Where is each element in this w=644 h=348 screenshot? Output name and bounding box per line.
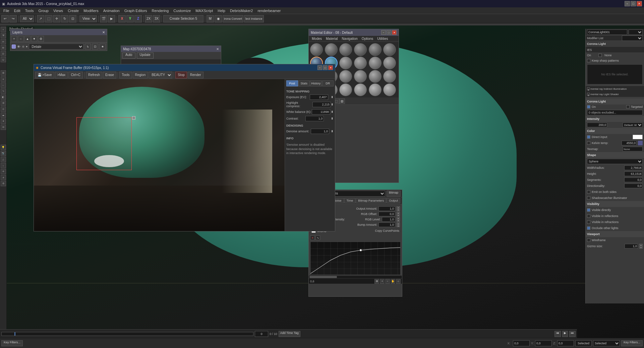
corona-targeted-checkbox[interactable]	[626, 105, 630, 109]
mat-sample-21[interactable]	[339, 83, 352, 96]
xyz-z[interactable]: Z	[134, 15, 142, 22]
mat-sample-4[interactable]	[354, 43, 367, 56]
vfb-exposure-input[interactable]	[310, 94, 328, 100]
vfb-contrast-spinner[interactable]: ⬍	[331, 117, 334, 120]
environment-icon[interactable]: ☁	[1, 113, 6, 118]
minimize-button[interactable]: −	[625, 1, 630, 6]
coord-y-input[interactable]	[535, 340, 552, 346]
bp-curve-delete-btn[interactable]: ✕	[310, 235, 315, 240]
layer-dropdown[interactable]: Detale	[29, 44, 83, 50]
vfb-highlight-spinner[interactable]: ⬍	[331, 103, 334, 106]
bottom-key-btn[interactable]: Key Filters...	[621, 340, 643, 346]
corona-shape-header[interactable]: Shape	[586, 152, 644, 158]
menu-debrismkr[interactable]: DebrisMaker2	[228, 8, 255, 13]
bp-fit-btn[interactable]: ⊞	[374, 279, 379, 284]
vfb-tab-stats[interactable]: Stats	[298, 80, 310, 86]
mat-sample-12[interactable]	[383, 57, 396, 69]
menu-file[interactable]: File	[1, 8, 11, 13]
curve-editor-icon[interactable]: ∿	[1, 88, 6, 94]
create-icon[interactable]: +	[1, 27, 6, 32]
bp-bitmap-btn[interactable]: Bitmap	[387, 191, 401, 197]
geom-icon[interactable]: △	[1, 157, 6, 162]
corona-intensity-input[interactable]	[587, 123, 607, 127]
mirror-icon[interactable]: ↔	[1, 82, 6, 88]
view-dropdown[interactable]: View	[79, 15, 97, 22]
vfb-render-area[interactable]	[34, 79, 285, 231]
system-icon[interactable]: ⚙	[1, 181, 6, 186]
vfb-refresh-btn[interactable]: Refresh	[86, 72, 102, 78]
corona-enabled-checkbox[interactable]	[587, 105, 590, 109]
vfb-denoise-input[interactable]	[311, 129, 329, 134]
mat-menu-modes[interactable]: Modes	[310, 37, 324, 41]
bp-curve-add-btn[interactable]: ∿	[315, 235, 320, 240]
layers-new-btn[interactable]: +	[11, 36, 17, 42]
2d-snap-button[interactable]: 2X	[145, 15, 152, 22]
corona-visibility-header[interactable]: Visibility	[586, 201, 644, 207]
mat-sample-10[interactable]	[354, 57, 367, 69]
vfb-ctrlc-btn[interactable]: Ctrl+C	[68, 72, 83, 78]
mat-menu-navigation[interactable]: Navigation	[340, 37, 359, 41]
menu-edit[interactable]: Edit	[12, 8, 22, 13]
corona-shadowcatcher-checkbox[interactable]	[587, 196, 590, 200]
bp-hscroll-handle[interactable]	[309, 276, 337, 278]
corona-direct-input-radio[interactable]	[587, 135, 590, 139]
vfb-highlight-input[interactable]	[312, 102, 331, 107]
mat-sample-23[interactable]	[369, 83, 382, 96]
3d-snap-button[interactable]: 3X	[153, 15, 160, 22]
material-editor-button[interactable]: M	[207, 15, 214, 22]
bp-curve-container[interactable]	[310, 241, 401, 275]
vfb-tools-btn[interactable]: Tools	[119, 72, 132, 78]
layer-icon[interactable]: ◧	[1, 94, 6, 100]
corona-viewport-header[interactable]: Viewport	[586, 231, 644, 237]
vfb-save-btn[interactable]: 💾 >Save	[35, 72, 54, 78]
layer-set-current-btn[interactable]: ★	[100, 44, 106, 50]
select-object-button[interactable]: ↗	[37, 15, 44, 22]
vfb-render-btn[interactable]: Render	[188, 72, 203, 78]
menu-create[interactable]: Create	[66, 8, 81, 13]
vfb-title-bar[interactable]: ◉ Corona Virtual Frame Buffer (916×515px…	[34, 64, 335, 71]
quick-render-button[interactable]: ▶	[108, 15, 115, 22]
mat-sample-6[interactable]	[383, 43, 396, 56]
maximize-button[interactable]: □	[631, 1, 636, 6]
layers-settings-btn[interactable]: ⚙	[38, 36, 44, 42]
layers-close-icon[interactable]: ✕	[102, 30, 105, 34]
timeline-progress[interactable]	[1, 332, 253, 336]
vfb-close-btn[interactable]: ✕	[328, 65, 333, 70]
select-region-button[interactable]: ⬚	[45, 15, 52, 22]
bp-reset-btn[interactable]: ⌂	[396, 279, 401, 284]
mat-sample-15[interactable]	[339, 70, 352, 83]
corona-kelvin-input[interactable]	[622, 141, 637, 145]
mat-sample-11[interactable]	[369, 57, 382, 69]
bp-pan-btn[interactable]: ✋	[391, 279, 395, 284]
render-selection-box[interactable]	[76, 117, 132, 170]
bp-rgb-offset-spinner[interactable]: ▲ ▼	[397, 212, 400, 216]
layer-eye-icon[interactable]: 👁	[17, 45, 20, 49]
map-auto-btn[interactable]: Auto	[122, 53, 135, 59]
vfb-max-btn[interactable]: >Max	[55, 72, 68, 78]
helper-icon[interactable]: ✢	[1, 169, 6, 174]
menu-customize[interactable]: Customize	[171, 8, 193, 13]
menu-help[interactable]: Help	[216, 8, 227, 13]
select-instance-button[interactable]: lect Instance	[244, 15, 264, 22]
bp-bump-amount-input[interactable]	[378, 222, 395, 227]
layers-delete-btn[interactable]: −	[18, 36, 24, 42]
corona-visible-refractions-checkbox[interactable]	[587, 220, 590, 224]
align-icon[interactable]: ≡	[1, 76, 6, 82]
vfb-beauty-dropdown[interactable]: BEAUTY	[149, 72, 172, 78]
shape-icon[interactable]: ○	[1, 163, 6, 168]
vfb-maximize-btn[interactable]: □	[323, 65, 328, 70]
corona-intensity-unit-dropdown[interactable]: Default: W	[623, 123, 643, 127]
map-update-btn[interactable]: Update	[137, 53, 154, 59]
timeline-frame-input[interactable]	[255, 331, 268, 337]
mat-sample-22[interactable]	[354, 83, 367, 96]
timeline-handle[interactable]	[14, 332, 15, 336]
corona-visible-reflections-checkbox[interactable]	[587, 214, 590, 218]
modifier-list-dropdown[interactable]	[622, 36, 643, 41]
bp-output-amount-input[interactable]	[378, 206, 395, 211]
corona-gizmo-spinner[interactable]: ▲ ▼	[639, 244, 643, 249]
layer-add-sel-btn[interactable]: ↳	[85, 44, 91, 50]
corona-width-input[interactable]	[624, 165, 643, 170]
bp-tab-bitmap-params[interactable]: Bitmap Parameters	[356, 198, 386, 203]
timeline-prev-btn[interactable]: ⏮	[554, 331, 561, 337]
mat-menu-material[interactable]: Material	[324, 37, 340, 41]
